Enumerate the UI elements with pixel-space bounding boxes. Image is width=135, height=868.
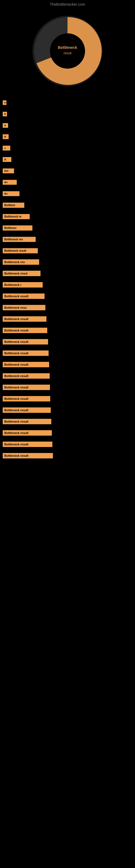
bottleneck-result-label: Bottleneck result <box>3 373 50 379</box>
bottleneck-item: Bottleneck res <box>0 234 135 245</box>
bottleneck-item: Bottleneck re <box>0 211 135 222</box>
bottleneck-item: Bottleneck result <box>0 382 135 393</box>
bottleneck-result-label: Bottleneck res <box>3 259 39 265</box>
bottleneck-result-label: Bottleneck re <box>3 214 30 219</box>
bottleneck-item: Bottlene <box>0 199 135 211</box>
bottleneck-result-label: Bottleneck result <box>3 339 48 344</box>
bottleneck-item: Bottleneck result <box>0 291 135 302</box>
bottleneck-item: Bottleneck resu <box>0 302 135 313</box>
svg-text:result: result <box>63 51 72 55</box>
bottleneck-item: Bottleneck result <box>0 371 135 381</box>
bottleneck-result-label: Bottleneck result <box>3 316 46 322</box>
donut-chart-svg: Bottleneck result <box>30 13 105 89</box>
site-title: TheBottlenecker.com <box>0 0 135 8</box>
bottleneck-result-label: Bottleneck result <box>3 384 50 390</box>
bottleneck-result-label: B <box>3 112 7 116</box>
bottleneck-result-label: Bottleneck res <box>3 237 36 242</box>
bottleneck-item: Bo <box>0 177 135 188</box>
bottleneck-item: Bottleneck result <box>0 439 135 450</box>
bottleneck-item: Bottleneck result <box>0 325 135 336</box>
bottleneck-item: Bottleneck r <box>0 279 135 290</box>
bottleneck-result-label: Bottleneck r <box>3 282 43 287</box>
bottleneck-result-label: Bottleneck result <box>3 350 49 356</box>
bottleneck-item: Bottleneck result <box>0 416 135 427</box>
bottleneck-result-label: Bottleneck resu <box>3 305 45 310</box>
bottleneck-item: Bottleneck result <box>0 336 135 347</box>
bottleneck-item: B <box>0 154 135 165</box>
bottleneck-item: Bottleneck result <box>0 314 135 324</box>
bottleneck-result-label: B <box>3 100 6 105</box>
svg-text:Bottleneck: Bottleneck <box>58 45 77 50</box>
bottleneck-result-label: Bottleneck result <box>3 396 50 401</box>
bottleneck-item: B <box>0 120 135 131</box>
bottleneck-result-label: Bottleneck resul <box>3 271 41 276</box>
bottleneck-item: Bottleneck result <box>0 359 135 370</box>
bottleneck-result-label: Bottleneck result <box>3 248 38 253</box>
bottleneck-item: Bottleneck result <box>0 245 135 256</box>
bottleneck-item: Bottleneck result <box>0 393 135 404</box>
bottleneck-result-label: s <box>3 146 10 151</box>
bottleneck-result-label: Bo <box>3 180 17 185</box>
bottleneck-items-container: BBBBsBBotBoBoBottleneBottleneck reBottle… <box>0 94 135 464</box>
bottleneck-result-label: B <box>3 123 8 128</box>
bottleneck-item: Bot <box>0 165 135 176</box>
bottleneck-item: B <box>0 97 135 108</box>
bottleneck-result-label: B <box>3 134 9 139</box>
bottleneck-result-label: Bottleneck result <box>3 293 45 299</box>
bottleneck-item: Bottleneck res <box>0 257 135 268</box>
bottleneck-item: Bottleneck result <box>0 348 135 359</box>
bottleneck-item: s <box>0 143 135 154</box>
bottleneck-item: Bottleneck result <box>0 405 135 415</box>
bottleneck-result-label: Bo <box>3 191 19 196</box>
svg-point-1 <box>50 33 85 69</box>
bottleneck-item: Bottleneck resul <box>0 268 135 279</box>
bottleneck-item: B <box>0 131 135 142</box>
bottleneck-item: B <box>0 108 135 119</box>
bottleneck-result-label: Bottleneck result <box>3 430 52 436</box>
bottleneck-item: Bottlenec <box>0 222 135 233</box>
bottleneck-result-label: Bottleneck result <box>3 419 51 424</box>
bottleneck-item: Bottleneck result <box>0 450 135 461</box>
bottleneck-item: Bottleneck result <box>0 428 135 438</box>
bottleneck-result-label: Bottleneck result <box>3 407 51 413</box>
bottleneck-result-label: Bottleneck result <box>3 328 47 333</box>
bottleneck-result-label: Bot <box>3 168 14 173</box>
bottleneck-result-label: Bottleneck result <box>3 362 49 367</box>
bottleneck-result-label: Bottlenec <box>3 225 32 230</box>
bottleneck-result-label: Bottleneck result <box>3 453 53 458</box>
bottleneck-item: Bo <box>0 188 135 199</box>
bottleneck-result-label: Bottlene <box>3 203 24 208</box>
bottleneck-result-label: Bottleneck result <box>3 442 52 447</box>
chart-area: Bottleneck result <box>5 8 130 94</box>
bottleneck-result-label: B <box>3 157 11 162</box>
